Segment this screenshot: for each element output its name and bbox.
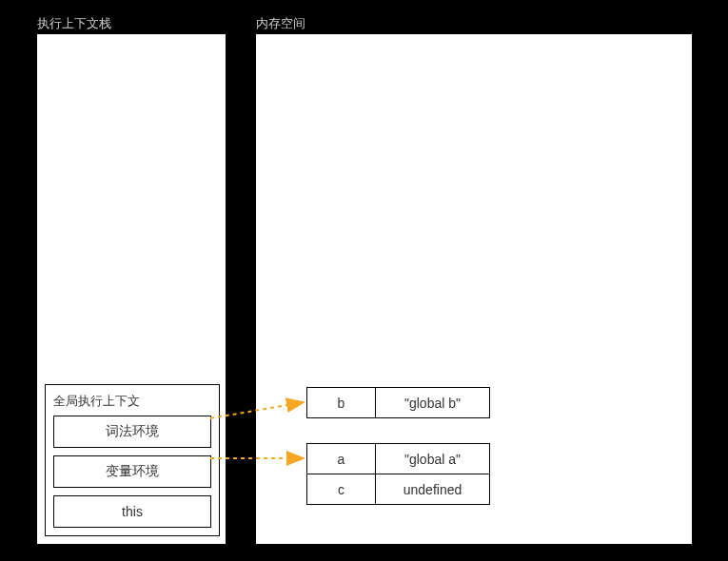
memory-cell-key: c (307, 474, 376, 505)
global-context-title: 全局执行上下文 (53, 393, 211, 410)
memory-cell-key: b (307, 388, 376, 418)
memory-cell-key: a (307, 444, 376, 474)
variable-environment-label: 变量环境 (106, 463, 159, 480)
global-execution-context: 全局执行上下文 词法环境 变量环境 this (45, 384, 220, 536)
table-row: b "global b" (307, 388, 490, 418)
execution-context-stack-panel: 执行上下文栈 全局执行上下文 词法环境 变量环境 this (36, 33, 226, 545)
memory-cell-val: "global b" (376, 388, 490, 418)
lexical-environment-box: 词法环境 (53, 416, 211, 448)
right-panel-title: 内存空间 (256, 15, 305, 32)
this-binding-label: this (122, 504, 143, 519)
memory-cell-val: undefined (376, 474, 490, 505)
variable-environment-box: 变量环境 (53, 455, 211, 488)
memory-table-variable: a "global a" c undefined (306, 443, 490, 505)
table-row: a "global a" (307, 444, 490, 474)
this-binding-box: this (53, 495, 211, 528)
memory-cell-val: "global a" (376, 444, 490, 474)
lexical-environment-label: 词法环境 (106, 423, 159, 440)
memory-table-lexical: b "global b" (306, 387, 490, 418)
left-panel-title: 执行上下文栈 (37, 15, 111, 32)
table-row: c undefined (307, 474, 490, 505)
